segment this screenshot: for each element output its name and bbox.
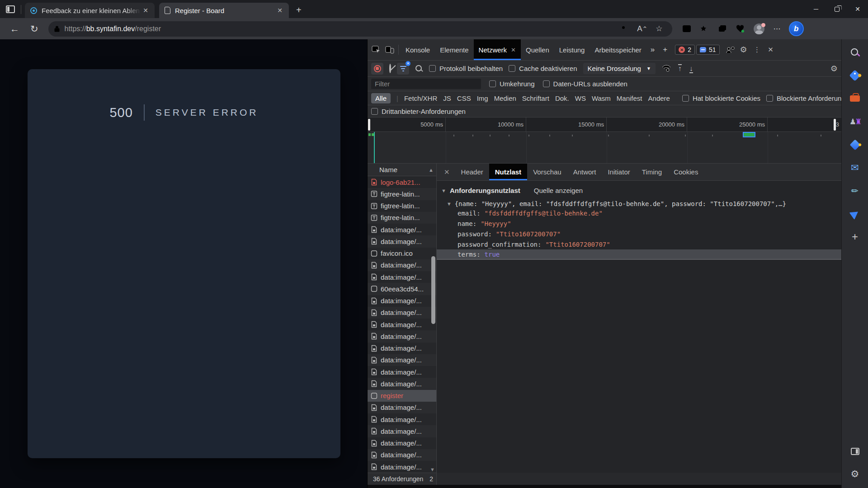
request-row-logo6ab21[interactable]: logo-6ab21... xyxy=(368,176,436,188)
payload-preview-line[interactable]: ▼ {name: "Heyyyy", email: "fdsfddffdfgff… xyxy=(448,200,841,207)
request-row-figtreelatin[interactable]: figtree-latin... xyxy=(368,212,436,224)
payload-field-name[interactable]: name:"Heyyyy" xyxy=(437,219,841,229)
view-source-link[interactable]: Quelle anzeigen xyxy=(534,187,583,194)
filter-type-ws[interactable]: WS xyxy=(575,94,586,102)
blocked-cookies-checkbox[interactable]: Hat blockierte Cookies xyxy=(682,94,760,102)
network-conditions-icon[interactable] xyxy=(661,64,671,73)
request-row-dataimage[interactable]: data:image/... xyxy=(368,295,436,307)
hide-data-urls-checkbox[interactable]: Daten-URLs ausblenden xyxy=(543,80,627,88)
search-network-icon[interactable] xyxy=(415,65,423,73)
invert-checkbox[interactable]: Umkehrung xyxy=(489,80,535,88)
tab-close-icon[interactable]: ✕ xyxy=(141,7,150,14)
devtools-tab-leistung[interactable]: Leistung xyxy=(554,39,590,60)
devtools-tab-elemente[interactable]: Elemente xyxy=(435,39,473,60)
tab-list-button[interactable] xyxy=(0,0,21,18)
list-scrollbar[interactable] xyxy=(431,256,435,324)
request-row-dataimage[interactable]: data:image/... xyxy=(368,271,436,283)
blocked-requests-checkbox[interactable]: Blockierte Anforderungen xyxy=(766,94,853,102)
payload-section-header[interactable]: ▼Anforderungsnutzlast Quelle anzeigen xyxy=(441,187,841,194)
browser-tab-feedback[interactable]: Feedback zu einer kleinen Ablen ✕ xyxy=(25,3,155,18)
request-list-header[interactable]: Name ▲ xyxy=(368,164,436,176)
request-row-dataimage[interactable]: data:image/... xyxy=(368,413,436,425)
message-badge[interactable]: 51 xyxy=(696,45,720,55)
request-row-dataimage[interactable]: data:image/... xyxy=(368,366,436,378)
sidebar-designer-icon[interactable] xyxy=(848,138,862,151)
copilot-icon[interactable]: b xyxy=(789,21,804,36)
payload-field-password_confirmation[interactable]: password_confirmation:"Ttito1607200707" xyxy=(437,239,841,249)
payload-tab-antwort[interactable]: Antwort xyxy=(567,164,602,180)
issues-people-icon[interactable] xyxy=(723,43,737,56)
request-row-dataimage[interactable]: data:image/... xyxy=(368,235,436,247)
request-row-dataimage[interactable]: data:image/... xyxy=(368,354,436,366)
request-row-dataimage[interactable]: data:image/... xyxy=(368,330,436,342)
request-row-dataimage[interactable]: data:image/... xyxy=(368,224,436,235)
disable-cache-checkbox[interactable]: Cache deaktivieren xyxy=(509,65,577,72)
filter-type-img[interactable]: Img xyxy=(477,94,488,102)
filter-type-dok[interactable]: Dok. xyxy=(555,94,569,102)
sidebar-add-icon[interactable]: + xyxy=(848,230,862,244)
sidebar-edit-icon[interactable]: ✏ xyxy=(848,184,862,197)
request-row-dataimage[interactable]: data:image/... xyxy=(368,402,436,413)
record-network-button[interactable] xyxy=(371,63,383,75)
read-aloud-icon[interactable]: A⌃ xyxy=(633,24,651,33)
scroll-down-icon[interactable]: ▼ xyxy=(430,467,435,472)
devtools-tab-arbeitsspeicher[interactable]: Arbeitsspeicher xyxy=(590,39,646,60)
address-bar[interactable]: https://bb.syntafin.dev/register A⌃ ☆ xyxy=(48,21,672,37)
settings-more-icon[interactable]: ⋯ xyxy=(769,22,785,36)
favorites-icon[interactable] xyxy=(697,22,713,36)
browser-essentials-icon[interactable] xyxy=(733,22,749,36)
devtools-tab-konsole[interactable]: Konsole xyxy=(401,39,435,60)
filter-type-css[interactable]: CSS xyxy=(457,94,471,102)
sidebar-search-icon[interactable] xyxy=(848,46,862,59)
payload-field-password[interactable]: password:"Ttito1607200707" xyxy=(437,229,841,239)
minimize-button[interactable]: ─ xyxy=(806,0,826,18)
payload-tab-initiator[interactable]: Initiator xyxy=(602,164,636,180)
filter-input[interactable] xyxy=(371,79,481,89)
request-row-60eea3cd54[interactable]: 60eea3cd54... xyxy=(368,283,436,295)
timeline-ruler[interactable]: 5000 ms10000 ms15000 ms20000 ms25000 ms3 xyxy=(368,117,841,132)
network-settings-icon[interactable]: ⚙ xyxy=(830,64,838,74)
sidebar-outlook-icon[interactable]: ✉ xyxy=(848,161,862,174)
request-row-dataimage[interactable]: data:image/... xyxy=(368,378,436,389)
collections-icon[interactable] xyxy=(715,22,731,36)
throttling-select[interactable]: Keine Drosselung▼ xyxy=(583,63,656,74)
preserve-log-checkbox[interactable]: Protokoll beibehalten xyxy=(429,65,503,72)
sidebar-tools-icon[interactable] xyxy=(848,92,862,105)
sidebar-settings-icon[interactable]: ⚙ xyxy=(848,467,862,481)
request-row-dataimage[interactable]: data:image/... xyxy=(368,425,436,437)
device-toolbar-icon[interactable] xyxy=(383,43,396,56)
close-request-icon[interactable]: ✕ xyxy=(439,168,455,176)
third-party-checkbox[interactable]: Drittanbieter-Anforderungen xyxy=(371,108,466,115)
payload-tab-vorschau[interactable]: Vorschau xyxy=(527,164,567,180)
more-tabs-icon[interactable]: » xyxy=(646,45,659,54)
payload-tab-cookies[interactable]: Cookies xyxy=(668,164,704,180)
request-row-dataimage[interactable]: data:image/... xyxy=(368,437,436,449)
request-row-dataimage[interactable]: data:image/... xyxy=(368,449,436,461)
filter-type-manifest[interactable]: Manifest xyxy=(617,94,642,102)
filter-type-schriftart[interactable]: Schriftart xyxy=(522,94,549,102)
request-row-dataimage[interactable]: data:image/... xyxy=(368,259,436,271)
sidebar-drop-icon[interactable] xyxy=(848,207,862,221)
filter-type-wasm[interactable]: Wasm xyxy=(592,94,611,102)
refresh-button[interactable]: ↻ xyxy=(25,23,44,34)
back-button[interactable]: ← xyxy=(5,23,25,34)
new-tab-button[interactable]: + xyxy=(289,5,309,18)
timeline-overview[interactable] xyxy=(368,132,841,164)
request-row-dataimage[interactable]: data:image/... xyxy=(368,307,436,319)
devtools-close-icon[interactable]: ✕ xyxy=(764,43,778,56)
filter-type-andere[interactable]: Andere xyxy=(648,94,670,102)
browser-tab-register[interactable]: Register - Board ✕ xyxy=(159,3,289,18)
console-badges[interactable]: ✕2 51 xyxy=(675,45,719,55)
payload-field-terms[interactable]: terms:true xyxy=(437,249,841,260)
filter-type-fetchxhr[interactable]: Fetch/XHR xyxy=(404,94,437,102)
devtools-settings-icon[interactable]: ⚙ xyxy=(737,43,750,56)
request-row-dataimage[interactable]: data:image/... xyxy=(368,461,436,473)
favorite-star-icon[interactable]: ☆ xyxy=(651,24,666,33)
export-har-icon[interactable]: ↓ xyxy=(689,65,694,73)
sidebar-shopping-icon[interactable] xyxy=(848,69,862,82)
filter-type-alle[interactable]: Alle xyxy=(371,93,391,103)
request-row-figtreelatin[interactable]: figtree-latin... xyxy=(368,188,436,200)
split-screen-icon[interactable] xyxy=(679,22,695,36)
payload-tab-header[interactable]: Header xyxy=(455,164,489,180)
maximize-button[interactable] xyxy=(826,0,847,18)
